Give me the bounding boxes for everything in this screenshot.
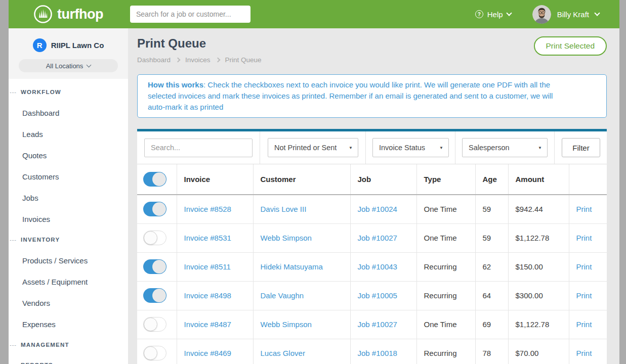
invoice-row: Invoice #8528Davis Love IIIJob #10024One…	[137, 195, 607, 223]
toggle-knob	[152, 202, 166, 216]
invoice-amount: $942.44	[508, 195, 569, 223]
sidebar-nav: WORKFLOWDashboardLeadsQuotesCustomersJob…	[9, 79, 128, 364]
job-link[interactable]: Job #10018	[358, 349, 397, 357]
dashes-icon	[10, 362, 17, 364]
invoice-amount: $70.00	[508, 339, 569, 364]
row-select-toggle[interactable]	[143, 288, 166, 303]
job-link[interactable]: Job #10005	[358, 291, 397, 300]
invoice-link[interactable]: Invoice #8469	[184, 349, 231, 357]
column-header-amount: Amount	[508, 164, 569, 195]
breadcrumb: DashboardInvoicesPrint Queue	[137, 56, 262, 64]
print-selected-button[interactable]: Print Selected	[534, 36, 607, 56]
help-menu[interactable]: Help	[475, 10, 511, 19]
select-arrow-icon	[349, 146, 353, 150]
sidebar-item-invoices[interactable]: Invoices	[9, 208, 128, 230]
select-all-toggle[interactable]	[143, 172, 166, 187]
invoice-type: One Time	[416, 310, 475, 339]
invoice-link[interactable]: Invoice #8531	[184, 234, 231, 242]
table-search-input[interactable]	[144, 139, 253, 157]
row-select-toggle[interactable]	[143, 346, 166, 360]
locations-dropdown[interactable]: All Locations	[19, 59, 118, 72]
invoice-type: Recurring	[416, 339, 475, 364]
invoice-status-select[interactable]: Invoice Status	[372, 138, 449, 157]
column-header-invoice: Invoice	[177, 164, 253, 195]
customer-link[interactable]: Lucas Glover	[261, 349, 305, 357]
sidebar-item-customers[interactable]: Customers	[9, 166, 128, 187]
sidebar-item-assets-equipment[interactable]: Assets / Equipment	[9, 271, 128, 292]
invoice-age: 69	[475, 310, 508, 339]
toggle-knob	[144, 317, 157, 331]
print-queue-card: Not Printed or Sent Invoice Status Sales…	[137, 129, 607, 364]
user-menu[interactable]: Billy Kraft	[532, 5, 599, 24]
invoice-type: Recurring	[416, 252, 475, 281]
page-title: Print Queue	[137, 36, 262, 51]
sidebar-item-leads[interactable]: Leads	[9, 123, 128, 145]
invoice-link[interactable]: Invoice #8487	[184, 320, 231, 329]
brand-logo[interactable]: turfhop	[9, 5, 128, 24]
invoice-row: Invoice #8511Hideki MatsuyamaJob #10043R…	[137, 252, 607, 281]
invoice-age: 62	[475, 252, 508, 281]
avatar	[532, 5, 551, 24]
column-header-age: Age	[475, 164, 508, 195]
salesperson-select[interactable]: Salesperson	[462, 138, 548, 157]
job-link[interactable]: Job #10043	[358, 262, 397, 271]
customer-link[interactable]: Davis Love III	[261, 205, 307, 213]
user-name: Billy Kraft	[557, 10, 589, 19]
invoice-age: 59	[475, 195, 508, 223]
invoice-row: Invoice #8469Lucas GloverJob #10018Recur…	[137, 339, 607, 364]
sidebar-section-label: MANAGEMENT	[21, 342, 69, 348]
print-link[interactable]: Print	[576, 349, 592, 357]
job-link[interactable]: Job #10027	[358, 234, 397, 242]
sidebar: R RIIPL Lawn Co All Locations WORKFLOWDa…	[9, 28, 128, 364]
sidebar-item-quotes[interactable]: Quotes	[9, 145, 128, 166]
job-link[interactable]: Job #10024	[358, 205, 397, 213]
filter-button[interactable]: Filter	[562, 138, 600, 157]
sidebar-item-expenses[interactable]: Expenses	[9, 313, 128, 335]
global-search-input[interactable]	[130, 6, 251, 23]
main-content: Print Queue DashboardInvoicesPrint Queue…	[128, 28, 619, 364]
top-navbar: turfhop Help Billy Kraft	[9, 0, 619, 28]
job-link[interactable]: Job #10027	[358, 320, 397, 329]
customer-link[interactable]: Webb Simpson	[261, 320, 312, 329]
invoice-link[interactable]: Invoice #8528	[184, 205, 231, 213]
print-link[interactable]: Print	[576, 234, 592, 242]
org-name: RIIPL Lawn Co	[51, 41, 104, 50]
invoice-link[interactable]: Invoice #8498	[184, 291, 231, 300]
column-header-job: Job	[350, 164, 416, 195]
sidebar-section-label: INVENTORY	[21, 237, 60, 243]
column-header-type: Type	[416, 164, 475, 195]
select-arrow-icon	[538, 146, 542, 150]
toggle-knob	[144, 346, 157, 360]
printed-status-select[interactable]: Not Printed or Sent	[268, 138, 358, 157]
sidebar-section-management: MANAGEMENT	[9, 335, 128, 355]
chevron-right-icon	[176, 58, 181, 63]
toggle-knob	[152, 172, 166, 186]
invoice-status-value: Invoice Status	[379, 144, 425, 152]
invoice-age: 78	[475, 339, 508, 364]
column-header-customer: Customer	[253, 164, 350, 195]
breadcrumb-item[interactable]: Invoices	[185, 56, 211, 64]
sidebar-section-reports: REPORTS	[9, 355, 128, 364]
sidebar-item-dashboard[interactable]: Dashboard	[9, 102, 128, 123]
row-select-toggle[interactable]	[143, 202, 166, 216]
chevron-down-icon	[87, 63, 92, 68]
invoice-type: One Time	[416, 223, 475, 252]
customer-link[interactable]: Webb Simpson	[261, 234, 312, 242]
dashes-icon	[10, 237, 17, 243]
print-link[interactable]: Print	[576, 262, 592, 271]
sidebar-item-products-services[interactable]: Products / Services	[9, 250, 128, 271]
sidebar-item-vendors[interactable]: Vendors	[9, 292, 128, 313]
sidebar-item-jobs[interactable]: Jobs	[9, 187, 128, 208]
customer-link[interactable]: Dale Vaughn	[261, 291, 304, 300]
print-link[interactable]: Print	[576, 205, 592, 213]
invoice-link[interactable]: Invoice #8511	[184, 262, 231, 271]
print-link[interactable]: Print	[576, 291, 592, 300]
row-select-toggle[interactable]	[143, 259, 166, 274]
print-link[interactable]: Print	[576, 320, 592, 329]
row-select-toggle[interactable]	[143, 231, 166, 245]
row-select-toggle[interactable]	[143, 317, 166, 332]
breadcrumb-item[interactable]: Dashboard	[137, 56, 171, 64]
customer-link[interactable]: Hideki Matsuyama	[261, 262, 323, 271]
org-switcher[interactable]: R RIIPL Lawn Co	[9, 38, 128, 52]
chevron-down-icon	[506, 10, 512, 16]
